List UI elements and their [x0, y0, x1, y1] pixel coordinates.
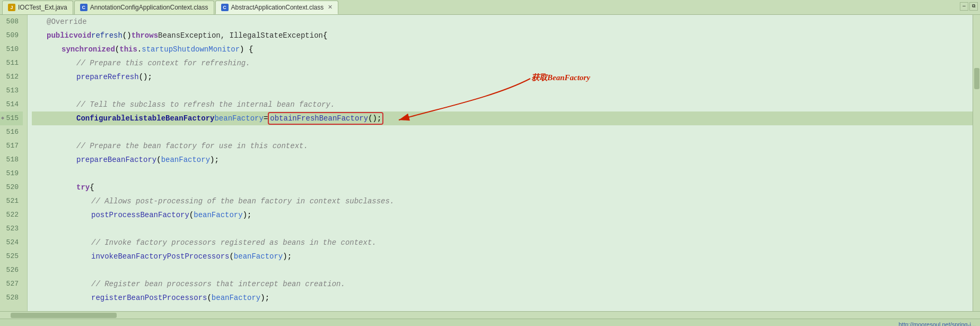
- tab-annotation-config[interactable]: C AnnotationConfigApplicationContext.cla…: [74, 1, 214, 14]
- line-number-526: 526: [0, 263, 23, 277]
- code-line-522: postProcessBeanFactory(beanFactory);: [32, 208, 973, 222]
- code-line-523: [32, 222, 973, 236]
- tab-abstract-app[interactable]: C AbstractApplicationContext.class ✕: [215, 1, 339, 14]
- tab-label-ioc: IOCTest_Ext.java: [18, 4, 67, 11]
- line-number-518: 518: [0, 153, 23, 167]
- code-line-519: [32, 167, 973, 181]
- tab-label-annotation: AnnotationConfigApplicationContext.class: [90, 4, 208, 11]
- scrollbar-thumb-h[interactable]: [11, 313, 117, 318]
- status-bar: http://mooresoul.net/spring-i...: [0, 319, 980, 326]
- line-number-520: 520: [0, 181, 23, 194]
- code-line-515: ConfigurableListableBeanFactory beanFact…: [32, 111, 973, 125]
- line-number-525: 525: [0, 250, 23, 263]
- line-number-510: 510: [0, 42, 23, 56]
- code-content[interactable]: @Overridepublic void refresh() throws Be…: [28, 15, 973, 311]
- line-number-516: 516: [0, 125, 23, 139]
- class-file-icon-1: C: [80, 4, 88, 11]
- line-number-508: 508: [0, 15, 23, 29]
- class-file-icon-2: C: [221, 4, 229, 11]
- line-number-524: 524: [0, 236, 23, 250]
- line-number-513: 513: [0, 84, 23, 98]
- code-line-521: // Allows post-processing of the bean fa…: [32, 194, 973, 208]
- code-line-517: // Prepare the bean factory for use in t…: [32, 139, 973, 153]
- code-line-526: [32, 263, 973, 277]
- editor-window: J IOCTest_Ext.java C AnnotationConfigApp…: [0, 0, 980, 326]
- code-line-527: // Register bean processors that interce…: [32, 277, 973, 291]
- line-number-523: 523: [0, 222, 23, 236]
- line-number-512: 512: [0, 70, 23, 84]
- tab-label-abstract: AbstractApplicationContext.class: [231, 4, 324, 11]
- status-link[interactable]: http://mooresoul.net/spring-i...: [898, 321, 976, 327]
- code-line-513: [32, 84, 973, 98]
- line-number-511: 511: [0, 56, 23, 70]
- window-controls: — ⧉: [960, 2, 978, 11]
- line-number-gutter: 5085095105115125135145155165175185195205…: [0, 15, 28, 311]
- restore-button[interactable]: ⧉: [969, 2, 978, 11]
- tab-bar: J IOCTest_Ext.java C AnnotationConfigApp…: [0, 0, 980, 15]
- code-line-514: // Tell the subclass to refresh the inte…: [32, 98, 973, 111]
- code-line-525: invokeBeanFactoryPostProcessors(beanFact…: [32, 250, 973, 263]
- minimize-button[interactable]: —: [960, 2, 968, 11]
- java-file-icon: J: [8, 4, 15, 11]
- code-line-508: @Override: [32, 15, 973, 29]
- line-number-528: 528: [0, 291, 23, 305]
- line-number-509: 509: [0, 29, 23, 42]
- line-number-517: 517: [0, 139, 23, 153]
- code-line-528: registerBeanPostProcessors(beanFactory);: [32, 291, 973, 305]
- line-number-514: 514: [0, 98, 23, 111]
- code-line-520: try {: [32, 181, 973, 194]
- scrollbar-thumb-v[interactable]: [974, 68, 979, 89]
- horizontal-scrollbar[interactable]: [0, 311, 980, 319]
- code-line-524: // Invoke factory processors registered …: [32, 236, 973, 250]
- line-number-527: 527: [0, 277, 23, 291]
- tab-close-button[interactable]: ✕: [328, 4, 332, 11]
- code-line-518: prepareBeanFactory(beanFactory);: [32, 153, 973, 167]
- line-number-522: 522: [0, 208, 23, 222]
- code-line-512: prepareRefresh();: [32, 70, 973, 84]
- code-area: 5085095105115125135145155165175185195205…: [0, 15, 980, 311]
- code-line-511: // Prepare this context for refreshing.: [32, 56, 973, 70]
- line-number-519: 519: [0, 167, 23, 181]
- code-line-509: public void refresh() throws BeansExcept…: [32, 29, 973, 42]
- code-line-516: [32, 125, 973, 139]
- vertical-scrollbar[interactable]: [973, 15, 980, 311]
- line-number-515: 515: [0, 111, 23, 125]
- tab-ioc-test[interactable]: J IOCTest_Ext.java: [2, 1, 73, 14]
- line-number-521: 521: [0, 194, 23, 208]
- code-line-510: synchronized (this.startupShutdownMonito…: [32, 42, 973, 56]
